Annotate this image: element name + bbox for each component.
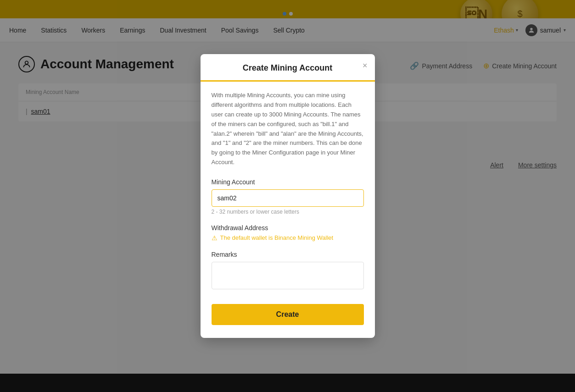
- modal-body: With multiple Mining Accounts, you can m…: [201, 82, 375, 337]
- modal-close-button[interactable]: ×: [363, 61, 368, 70]
- remarks-textarea[interactable]: [212, 262, 364, 289]
- remarks-label: Remarks: [212, 251, 364, 258]
- withdrawal-address-group: Withdrawal Address ⚠ The default wallet …: [212, 224, 364, 242]
- create-mining-modal: Create Mining Account × With multiple Mi…: [201, 54, 375, 337]
- mining-account-label: Mining Account: [212, 178, 364, 186]
- remarks-group: Remarks: [212, 251, 364, 291]
- modal-header: Create Mining Account ×: [201, 54, 375, 82]
- create-button[interactable]: Create: [212, 304, 364, 325]
- warning-icon: ⚠: [212, 234, 218, 242]
- withdrawal-warning-text: The default wallet is Binance Mining Wal…: [220, 234, 334, 241]
- withdrawal-warning: ⚠ The default wallet is Binance Mining W…: [212, 234, 364, 242]
- mining-account-hint: 2 - 32 numbers or lower case letters: [212, 209, 364, 215]
- modal-title: Create Mining Account: [243, 63, 332, 72]
- modal-overlay: Create Mining Account × With multiple Mi…: [0, 0, 575, 392]
- mining-account-group: Mining Account 2 - 32 numbers or lower c…: [212, 178, 364, 215]
- mining-account-input[interactable]: [212, 189, 364, 207]
- modal-info-text: With multiple Mining Accounts, you can m…: [212, 91, 364, 167]
- withdrawal-label: Withdrawal Address: [212, 224, 364, 232]
